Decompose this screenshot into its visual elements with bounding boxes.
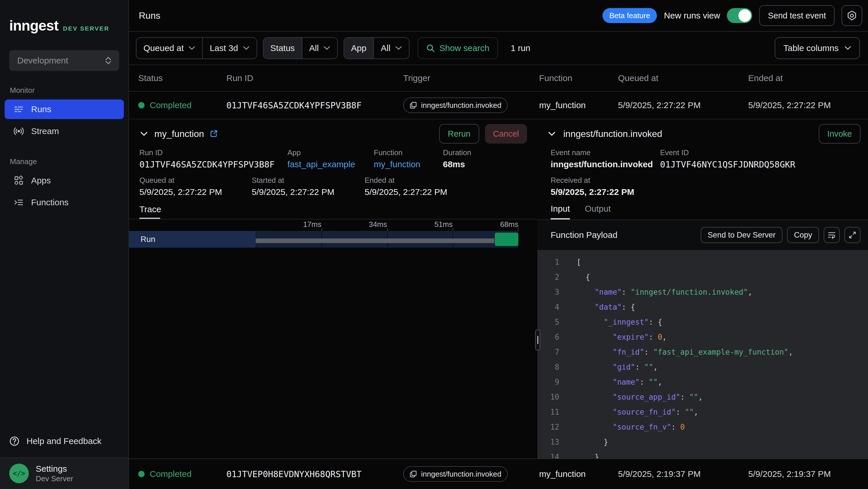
tab-output[interactable]: Output [585,204,611,220]
filter-bar: Queued at Last 3d Status All [129,32,868,65]
event-name-label: Event name [551,148,660,157]
code-line: 14 }, [537,450,868,458]
dev-server-badge: DEV SERVER [63,25,110,32]
col-run-id[interactable]: Run ID [226,73,403,83]
time-field-select[interactable]: Queued at [136,38,202,59]
sidebar-item-runs[interactable]: Runs [5,99,124,119]
line-number: 5 [537,315,559,329]
settings-subtitle: Dev Server [36,474,73,483]
col-status[interactable]: Status [138,73,226,83]
invoke-button[interactable]: Invoke [819,124,861,144]
function-name: my_function [539,469,618,479]
show-search-button[interactable]: Show search [417,37,498,59]
received-at-value: 5/9/2025, 2:27:22 PM [551,187,660,197]
app-filter-select[interactable]: All [373,38,409,59]
collapse-chevron-icon[interactable] [547,129,556,138]
collapse-chevron-icon[interactable] [140,129,149,138]
run-id-label: Run ID [140,148,287,157]
tick-68ms: 68ms [500,220,518,229]
ended-at-value: 5/9/2025, 2:27:22 PM [748,100,868,110]
payload-code[interactable]: 1[2 {3 "name": "inngest/function.invoked… [537,250,868,458]
code-line: 12 "source_fn_v": 0 [537,420,868,434]
help-icon [9,436,20,446]
trigger-chip[interactable]: inngest/function.invoked [403,466,508,482]
trigger-name: inngest/function.invoked [421,101,501,110]
copy-button[interactable]: Copy [787,227,819,243]
trace-divider [129,219,537,220]
col-trigger[interactable]: Trigger [403,73,539,83]
cancel-button[interactable]: Cancel [485,124,527,144]
duration-label: Duration [443,148,537,157]
send-to-dev-server-button[interactable]: Send to Dev Server [701,227,782,243]
sidebar-item-label: Functions [31,198,68,207]
environment-select[interactable]: Development [9,50,119,71]
status-filter-label: Status [264,38,302,59]
main: Runs Beta feature New runs view Send tes… [129,0,868,489]
app-link[interactable]: fast_api_example [287,160,374,169]
event-title: inngest/function.invoked [563,128,662,139]
new-runs-view-label: New runs view [664,11,720,21]
status-filter-select[interactable]: All [302,38,337,59]
code-line: 8 "gid": "", [537,359,868,375]
app-filter: App All [344,37,409,59]
panel-resize-handle[interactable] [535,329,540,351]
toggle-knob [738,9,751,22]
status-text: Completed [150,100,191,110]
settings-button[interactable] [841,5,862,26]
sidebar-section-monitor: Monitor [10,86,128,95]
run-detail-left: my_function Rerun Cancel Run ID 01JTVF46… [129,119,537,458]
time-range-value: Last 3d [210,43,238,53]
ended-at-label: Ended at [365,176,537,185]
col-ended-at[interactable]: Ended at [748,73,868,83]
started-at-label: Started at [252,176,365,185]
time-filter: Queued at Last 3d [136,37,257,59]
code-line: 7 "fn_id": "fast_api_example-my_function… [537,345,868,359]
code-icon: </> [13,469,25,478]
word-wrap-button[interactable] [824,227,840,243]
col-queued-at[interactable]: Queued at [618,73,748,83]
event-detail-right: inngest/function.invoked Invoke Event na… [537,119,868,458]
sidebar: inngest DEV SERVER Development Monitor R… [0,0,129,489]
trace-row-run[interactable]: Run [129,231,256,248]
run-id: 01JTVEP0H8EVDNYXH68QRSTVBT [226,469,403,479]
topbar-right: Beta feature New runs view Send test eve… [602,5,862,26]
search-icon [426,44,435,53]
new-runs-view-toggle[interactable] [727,8,752,23]
rerun-button[interactable]: Rerun [439,124,479,144]
line-number: 13 [537,434,559,450]
help-and-feedback[interactable]: Help and Feedback [0,430,128,453]
started-at-value: 5/9/2025, 2:27:22 PM [252,187,365,197]
payload-title: Function Payload [551,230,617,240]
tab-input[interactable]: Input [551,204,570,220]
table-row[interactable]: Completed 01JTVF46SA5ZCDK4YPFSPV3B8F inn… [129,92,868,119]
time-range-select[interactable]: Last 3d [202,38,256,59]
run-id-value: 01JTVF46SA5ZCDK4YPFSPV3B8F [140,160,287,170]
trace-tab[interactable]: Trace [140,204,161,219]
table-row[interactable]: Completed 01JTVEP0H8EVDNYXH68QRSTVBT inn… [129,458,868,489]
help-label: Help and Feedback [27,436,101,446]
settings-row[interactable]: </> Settings Dev Server [0,457,128,489]
sidebar-item-stream[interactable]: Stream [5,121,124,141]
trace-execution-block[interactable] [495,233,518,246]
function-name: my_function [539,100,618,110]
trigger-chip[interactable]: inngest/function.invoked [403,97,508,113]
table-columns-button[interactable]: Table columns [775,37,860,59]
run-detail-panel: my_function Rerun Cancel Run ID 01JTVF46… [129,119,868,458]
run-count: 1 run [510,43,530,53]
external-link-icon[interactable] [209,130,218,138]
col-function[interactable]: Function [539,73,618,83]
expand-button[interactable] [844,227,861,243]
status-dot-completed [138,471,145,477]
event-icon [409,470,417,478]
apps-icon [14,176,24,185]
send-test-event-button[interactable]: Send test event [759,5,835,26]
line-number: 7 [537,345,559,359]
sidebar-item-functions[interactable]: Functions [5,193,124,212]
function-link[interactable]: my_function [374,160,443,169]
code-line: 4 "data": { [537,299,868,315]
sidebar-item-label: Runs [31,104,51,114]
trace-row-label: Run [141,235,155,244]
sidebar-item-apps[interactable]: Apps [5,171,124,190]
runs-icon [14,104,24,114]
payload-header: Function Payload Send to Dev Server Copy [537,220,868,250]
